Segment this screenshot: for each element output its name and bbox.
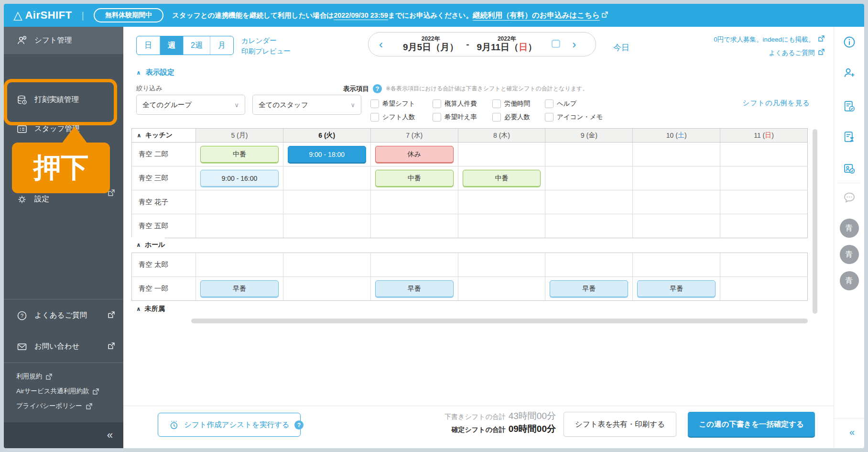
- shift-cell[interactable]: [458, 143, 545, 166]
- rail-collapse-button[interactable]: «: [849, 427, 855, 438]
- shift-pending-icon[interactable]: [843, 130, 856, 145]
- sidebar-item-faq[interactable]: ? よくあるご質問: [4, 302, 123, 329]
- tab-week[interactable]: 週: [160, 36, 183, 55]
- checkbox-required-staff[interactable]: 必要人数: [492, 113, 530, 121]
- bulk-confirm-button[interactable]: この週の下書きを一括確定する: [688, 412, 815, 437]
- shift-assist-button[interactable]: シフト作成アシストを実行する: [158, 413, 301, 437]
- shift-cell[interactable]: [195, 253, 283, 276]
- shift-cell[interactable]: [545, 143, 632, 166]
- vertical-scrollbar[interactable]: [813, 129, 817, 314]
- checkbox-work-hours[interactable]: 労働時間: [492, 99, 530, 108]
- shift-cell[interactable]: [720, 277, 807, 300]
- shift-cell[interactable]: [632, 166, 720, 190]
- staff-check-icon[interactable]: [843, 162, 856, 177]
- checkbox-shift-count[interactable]: シフト人数: [370, 113, 415, 121]
- shift-cell[interactable]: [720, 214, 807, 238]
- shift-cell[interactable]: [283, 166, 370, 190]
- shift-cell[interactable]: [545, 253, 632, 276]
- jobs-promo-link[interactable]: 0円で求人募集。indeedにも掲載。: [714, 35, 825, 44]
- shift-badge[interactable]: 中番: [375, 170, 454, 187]
- shift-cell[interactable]: [370, 253, 458, 276]
- next-week-button[interactable]: ›: [572, 39, 576, 50]
- shift-badge[interactable]: 早番: [550, 280, 628, 297]
- shift-cell[interactable]: [720, 143, 807, 166]
- today-link[interactable]: 今日: [613, 42, 629, 53]
- shift-cell[interactable]: [283, 214, 370, 238]
- tab-month[interactable]: 月: [210, 36, 233, 55]
- shift-cell[interactable]: [370, 214, 458, 238]
- shift-cell[interactable]: 中番: [370, 166, 458, 190]
- help-icon[interactable]: ?: [294, 420, 304, 430]
- shift-cell[interactable]: [545, 166, 632, 190]
- sidebar-item-shift-management[interactable]: シフト管理: [4, 27, 123, 54]
- shift-cell[interactable]: [632, 143, 720, 166]
- shift-cell[interactable]: 休み: [370, 143, 458, 166]
- sidebar-collapse-button[interactable]: «: [107, 429, 113, 441]
- shift-cell[interactable]: [283, 190, 370, 214]
- shift-cell[interactable]: 早番: [632, 277, 720, 300]
- help-icon[interactable]: ?: [373, 84, 382, 93]
- shift-badge[interactable]: 早番: [200, 280, 279, 297]
- shift-badge[interactable]: 中番: [200, 146, 279, 163]
- privacy-policy-link[interactable]: プライバシーポリシー: [16, 402, 92, 410]
- shift-badge[interactable]: 9:00 - 16:00: [200, 170, 279, 187]
- shift-cell[interactable]: [632, 190, 720, 214]
- info-icon[interactable]: [843, 35, 856, 51]
- staff-avatar[interactable]: 青: [840, 271, 859, 290]
- shift-cell[interactable]: 中番: [195, 143, 283, 166]
- shift-badge[interactable]: 9:00 - 18:00: [288, 146, 366, 163]
- shift-cell[interactable]: [458, 277, 545, 300]
- shift-legend-link[interactable]: シフトの凡例を見る: [736, 99, 810, 108]
- calendar-link[interactable]: カレンダー: [241, 35, 291, 46]
- shift-cell[interactable]: 9:00 - 16:00: [195, 166, 283, 190]
- sidebar-item-time-record[interactable]: 打刻実績管理: [4, 86, 123, 113]
- share-print-button[interactable]: シフト表を共有・印刷する: [564, 412, 676, 437]
- shift-cell[interactable]: 早番: [195, 277, 283, 300]
- staff-avatar[interactable]: 青: [840, 219, 859, 238]
- shift-badge[interactable]: 休み: [375, 146, 454, 163]
- sidebar-item-contact[interactable]: お問い合わせ: [4, 333, 123, 360]
- shift-check-icon[interactable]: [843, 99, 856, 115]
- staff-avatar[interactable]: 青: [840, 245, 859, 264]
- shift-cell[interactable]: [632, 214, 720, 238]
- shift-cell[interactable]: [195, 190, 283, 214]
- group-filter-select[interactable]: 全てのグループ ∨: [136, 95, 245, 115]
- staff-filter-select[interactable]: 全てのスタッフ ∨: [252, 95, 361, 115]
- shift-cell[interactable]: 早番: [545, 277, 632, 300]
- shift-cell[interactable]: [720, 253, 807, 276]
- calendar-picker-icon[interactable]: [550, 38, 562, 51]
- terms-link[interactable]: 利用規約: [16, 372, 52, 381]
- shift-cell[interactable]: 中番: [458, 166, 545, 190]
- shift-cell[interactable]: 早番: [370, 277, 458, 300]
- faq-top-link[interactable]: よくあるご質問: [769, 49, 825, 57]
- paid-signup-link[interactable]: 継続利用（有料）のお申込みはこちら: [473, 11, 608, 21]
- add-staff-icon[interactable]: [843, 66, 856, 81]
- shift-cell[interactable]: [283, 253, 370, 276]
- group-header-unassigned[interactable]: ∧ 未所属: [131, 301, 165, 317]
- shift-cell[interactable]: [632, 253, 720, 276]
- shift-cell[interactable]: [195, 214, 283, 238]
- chat-icon[interactable]: [842, 190, 857, 207]
- shift-cell[interactable]: [720, 166, 807, 190]
- horizontal-scrollbar[interactable]: [191, 319, 808, 323]
- checkbox-labor-cost[interactable]: 概算人件費: [433, 99, 477, 108]
- shift-cell[interactable]: [283, 277, 370, 300]
- shift-badge[interactable]: 早番: [637, 280, 716, 297]
- shift-cell[interactable]: [458, 253, 545, 276]
- display-settings-toggle[interactable]: ∧ 表示設定: [136, 68, 174, 77]
- shift-cell[interactable]: 9:00 - 18:00: [283, 143, 370, 166]
- tab-two-weeks[interactable]: 2週: [183, 36, 210, 55]
- air-terms-link[interactable]: Airサービス共通利用約款: [16, 387, 99, 396]
- prev-week-button[interactable]: ‹: [379, 39, 383, 50]
- checkbox-help[interactable]: ヘルプ: [545, 99, 576, 108]
- group-header-hall[interactable]: ∧ ホール: [131, 237, 165, 253]
- shift-cell[interactable]: [370, 190, 458, 214]
- checkbox-wish-shift[interactable]: 希望シフト: [370, 99, 415, 108]
- shift-badge[interactable]: 中番: [463, 170, 541, 187]
- shift-cell[interactable]: [545, 214, 632, 238]
- tab-day[interactable]: 日: [137, 36, 160, 55]
- checkbox-wish-rate[interactable]: 希望叶え率: [433, 113, 477, 121]
- shift-cell[interactable]: [720, 190, 807, 214]
- shift-cell[interactable]: [458, 214, 545, 238]
- print-preview-link[interactable]: 印刷プレビュー: [241, 46, 291, 56]
